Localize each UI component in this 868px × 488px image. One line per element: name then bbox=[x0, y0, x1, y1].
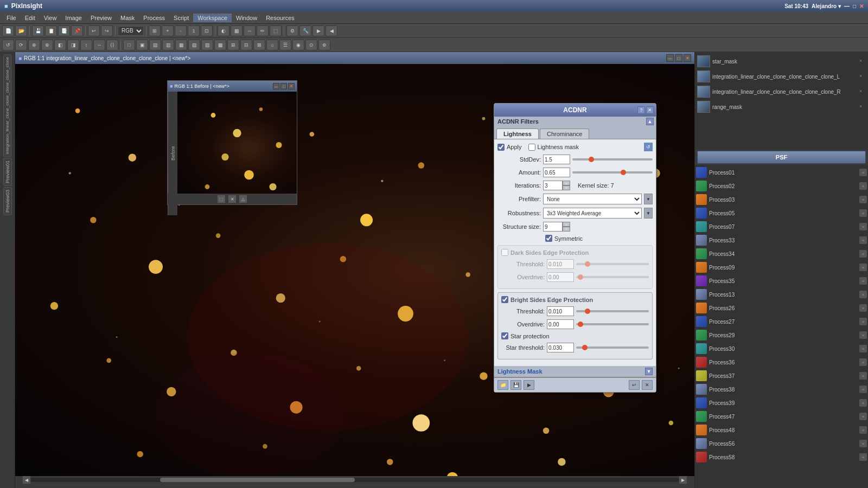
tb-select[interactable]: ⬚ bbox=[270, 25, 282, 36]
window-maximize[interactable]: □ bbox=[853, 3, 856, 9]
process-close-35[interactable]: × bbox=[859, 277, 867, 285]
window-minimize[interactable]: — bbox=[844, 3, 850, 9]
acdnr-iterations-input[interactable] bbox=[543, 181, 563, 190]
tb-zoom-1[interactable]: 1 bbox=[188, 25, 200, 36]
process-item-48[interactable]: Process48 × bbox=[696, 423, 867, 436]
tb2-10[interactable]: □ bbox=[123, 40, 135, 50]
tb-copy[interactable]: 📑 bbox=[58, 25, 70, 36]
acdnr-footer-right2[interactable]: ✕ bbox=[642, 380, 653, 390]
process-item-13[interactable]: Process13 × bbox=[696, 288, 867, 301]
tb-more4[interactable]: ◀ bbox=[326, 25, 337, 36]
tb2-18[interactable]: ⊞ bbox=[227, 40, 239, 50]
sidebar-tab-preview03[interactable]: Preview03 bbox=[3, 187, 12, 215]
tb2-21[interactable]: ⌂ bbox=[266, 40, 278, 50]
acdnr-structure-size-down[interactable]: ▼ bbox=[563, 227, 570, 232]
tb-more1[interactable]: ⚙ bbox=[286, 25, 298, 36]
process-item-30[interactable]: Process30 × bbox=[696, 342, 867, 355]
tb2-1[interactable]: ↺ bbox=[2, 40, 14, 50]
acdnr-bright-threshold-input[interactable] bbox=[547, 306, 574, 316]
acdnr-star-threshold-slider[interactable] bbox=[576, 346, 649, 349]
menu-window[interactable]: Window bbox=[232, 14, 261, 22]
thumb-close-integration-r[interactable]: × bbox=[859, 88, 866, 95]
before-win-minimize[interactable]: — bbox=[273, 83, 279, 89]
process-close-03[interactable]: × bbox=[859, 196, 867, 203]
process-close-38[interactable]: × bbox=[859, 386, 867, 393]
acdnr-footer-triangle[interactable]: ▶ bbox=[524, 380, 534, 390]
process-item-36[interactable]: Process36 × bbox=[696, 356, 867, 369]
acdnr-structure-size-up[interactable]: ▲ bbox=[563, 222, 570, 227]
tb2-3[interactable]: ⊕ bbox=[28, 40, 40, 50]
scroll-left[interactable]: ◀ bbox=[23, 476, 30, 484]
img-win-close[interactable]: ✕ bbox=[684, 54, 691, 62]
process-close-09[interactable]: × bbox=[859, 264, 867, 271]
acdnr-tab-chrominance[interactable]: Chrominance bbox=[540, 129, 589, 139]
tb-zoom-out[interactable]: - bbox=[175, 25, 187, 36]
process-item-07[interactable]: Process07 × bbox=[696, 220, 867, 233]
process-close-47[interactable]: × bbox=[859, 413, 867, 420]
acdnr-iterations-down[interactable]: ▼ bbox=[563, 185, 570, 190]
sidebar-tab-preview01[interactable]: Preview01 bbox=[3, 158, 12, 186]
tb-undo[interactable]: ↩ bbox=[88, 25, 100, 36]
process-close-30[interactable]: × bbox=[859, 345, 867, 352]
process-item-38[interactable]: Process38 × bbox=[696, 383, 867, 396]
acdnr-tb-close[interactable]: ✕ bbox=[646, 106, 654, 114]
acdnr-amount-slider[interactable] bbox=[572, 171, 653, 174]
acdnr-amount-thumb[interactable] bbox=[621, 170, 626, 175]
scrollbar-track[interactable] bbox=[30, 478, 679, 482]
menu-preview[interactable]: Preview bbox=[86, 14, 116, 22]
tb2-13[interactable]: ▥ bbox=[162, 40, 174, 50]
tb-new[interactable]: 📄 bbox=[2, 25, 14, 36]
tb-more2[interactable]: 🔧 bbox=[299, 25, 311, 36]
thumb-integration-l[interactable]: integration_linear_clone_clone_clone_clo… bbox=[697, 69, 866, 84]
menu-process[interactable]: Process bbox=[139, 14, 169, 22]
thumb-integration-r[interactable]: integration_linear_clone_clone_clone_clo… bbox=[697, 85, 866, 99]
menu-mask[interactable]: Mask bbox=[116, 14, 139, 22]
tb2-22[interactable]: ☰ bbox=[279, 40, 291, 50]
process-close-29[interactable]: × bbox=[859, 331, 867, 339]
process-close-37[interactable]: × bbox=[859, 372, 867, 380]
before-win-close[interactable]: ✕ bbox=[288, 83, 295, 89]
acdnr-lightness-mask-checkbox[interactable] bbox=[528, 144, 535, 151]
canvas-scrollbar[interactable]: ◀ ▶ bbox=[15, 476, 694, 484]
acdnr-bright-sides-checkbox[interactable] bbox=[501, 296, 508, 303]
menu-image[interactable]: Image bbox=[61, 14, 86, 22]
process-close-36[interactable]: × bbox=[859, 358, 867, 366]
process-close-58[interactable]: × bbox=[859, 453, 867, 461]
process-item-02[interactable]: Process02 × bbox=[696, 179, 867, 192]
menu-file[interactable]: File bbox=[2, 14, 21, 22]
tb2-12[interactable]: ▤ bbox=[149, 40, 161, 50]
tb2-14[interactable]: ▦ bbox=[175, 40, 187, 50]
before-tool-2[interactable]: ✕ bbox=[228, 195, 237, 203]
acdnr-footer-folder[interactable]: 📁 bbox=[497, 380, 508, 390]
acdnr-titlebar[interactable]: ACDNR ? ✕ bbox=[494, 104, 656, 117]
process-close-27[interactable]: × bbox=[859, 318, 867, 325]
acdnr-bright-overdrive-thumb[interactable] bbox=[578, 322, 583, 327]
process-close-48[interactable]: × bbox=[859, 426, 867, 434]
process-item-34[interactable]: Process34 × bbox=[696, 247, 867, 260]
acdnr-footer-save[interactable]: 💾 bbox=[510, 380, 521, 390]
tb2-23[interactable]: ◉ bbox=[292, 40, 304, 50]
thumb-close-integration-l[interactable]: × bbox=[859, 73, 866, 80]
tb-more3[interactable]: ▶ bbox=[312, 25, 324, 36]
acdnr-bright-overdrive-input[interactable] bbox=[547, 319, 574, 329]
acdnr-tb-info[interactable]: ? bbox=[637, 106, 645, 114]
before-tool-1[interactable]: ⬚ bbox=[217, 195, 226, 203]
acdnr-dark-overdrive-input[interactable] bbox=[547, 272, 574, 282]
scroll-right[interactable]: ▶ bbox=[679, 476, 687, 484]
tb-grid[interactable]: ⊡ bbox=[201, 25, 213, 36]
tb2-11[interactable]: ▣ bbox=[136, 40, 148, 50]
tb2-25[interactable]: ⊛ bbox=[318, 40, 330, 50]
process-item-39[interactable]: Process39 × bbox=[696, 396, 867, 409]
menu-workspace[interactable]: Workspace bbox=[193, 14, 232, 22]
acdnr-tab-lightness[interactable]: Lightness bbox=[496, 129, 539, 139]
sidebar-tab-integration[interactable]: integration_linear_clone_clone_clone_clo… bbox=[3, 54, 11, 157]
process-close-34[interactable]: × bbox=[859, 250, 867, 258]
acdnr-bright-overdrive-slider[interactable] bbox=[576, 323, 649, 325]
tb-measure[interactable]: ↔ bbox=[244, 25, 256, 36]
before-tool-3[interactable]: △ bbox=[239, 195, 247, 203]
menu-script[interactable]: Script bbox=[169, 14, 193, 22]
process-item-58[interactable]: Process58 × bbox=[696, 451, 867, 464]
process-close-05[interactable]: × bbox=[859, 209, 867, 217]
tb2-16[interactable]: ▨ bbox=[201, 40, 213, 50]
process-item-37[interactable]: Process37 × bbox=[696, 369, 867, 382]
